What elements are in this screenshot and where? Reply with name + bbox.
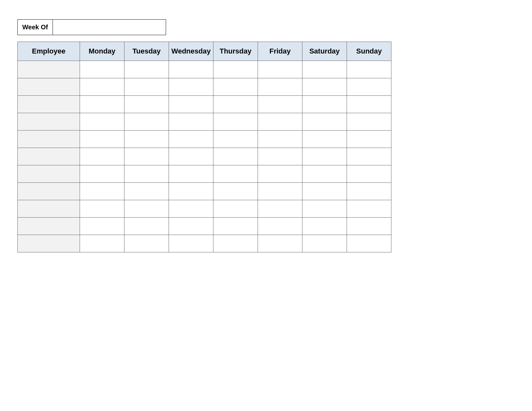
employee-cell[interactable] bbox=[18, 183, 80, 200]
schedule-cell[interactable] bbox=[80, 78, 124, 96]
schedule-cell[interactable] bbox=[80, 218, 124, 235]
table-row bbox=[18, 148, 391, 165]
schedule-cell[interactable] bbox=[347, 148, 391, 165]
schedule-cell[interactable] bbox=[347, 183, 391, 200]
schedule-cell[interactable] bbox=[169, 113, 213, 131]
schedule-cell[interactable] bbox=[80, 165, 124, 183]
schedule-table: Employee Monday Tuesday Wednesday Thursd… bbox=[17, 42, 391, 252]
schedule-cell[interactable] bbox=[80, 183, 124, 200]
schedule-body bbox=[18, 61, 391, 252]
schedule-cell[interactable] bbox=[347, 61, 391, 78]
schedule-cell[interactable] bbox=[213, 200, 258, 218]
schedule-cell[interactable] bbox=[213, 235, 258, 252]
schedule-cell[interactable] bbox=[258, 200, 302, 218]
schedule-cell[interactable] bbox=[258, 131, 302, 148]
employee-cell[interactable] bbox=[18, 218, 80, 235]
schedule-cell[interactable] bbox=[124, 78, 169, 96]
schedule-cell[interactable] bbox=[258, 218, 302, 235]
employee-cell[interactable] bbox=[18, 96, 80, 113]
schedule-cell[interactable] bbox=[124, 165, 169, 183]
schedule-cell[interactable] bbox=[213, 165, 258, 183]
schedule-cell[interactable] bbox=[347, 131, 391, 148]
schedule-cell[interactable] bbox=[213, 218, 258, 235]
schedule-cell[interactable] bbox=[302, 61, 347, 78]
schedule-cell[interactable] bbox=[258, 113, 302, 131]
schedule-cell[interactable] bbox=[213, 96, 258, 113]
schedule-cell[interactable] bbox=[302, 183, 347, 200]
schedule-cell[interactable] bbox=[347, 113, 391, 131]
schedule-cell[interactable] bbox=[169, 96, 213, 113]
schedule-cell[interactable] bbox=[80, 96, 124, 113]
schedule-cell[interactable] bbox=[124, 96, 169, 113]
employee-cell[interactable] bbox=[18, 165, 80, 183]
table-row bbox=[18, 131, 391, 148]
schedule-cell[interactable] bbox=[302, 165, 347, 183]
schedule-cell[interactable] bbox=[169, 200, 213, 218]
schedule-cell[interactable] bbox=[258, 61, 302, 78]
schedule-cell[interactable] bbox=[80, 61, 124, 78]
schedule-cell[interactable] bbox=[347, 96, 391, 113]
schedule-cell[interactable] bbox=[124, 200, 169, 218]
employee-cell[interactable] bbox=[18, 78, 80, 96]
schedule-cell[interactable] bbox=[124, 148, 169, 165]
schedule-cell[interactable] bbox=[302, 235, 347, 252]
schedule-cell[interactable] bbox=[213, 131, 258, 148]
table-row bbox=[18, 61, 391, 78]
schedule-cell[interactable] bbox=[213, 61, 258, 78]
employee-cell[interactable] bbox=[18, 148, 80, 165]
schedule-cell[interactable] bbox=[302, 78, 347, 96]
schedule-cell[interactable] bbox=[302, 218, 347, 235]
employee-cell[interactable] bbox=[18, 131, 80, 148]
schedule-cell[interactable] bbox=[258, 165, 302, 183]
column-header-saturday: Saturday bbox=[302, 42, 347, 61]
employee-cell[interactable] bbox=[18, 61, 80, 78]
schedule-cell[interactable] bbox=[347, 235, 391, 252]
schedule-cell[interactable] bbox=[124, 183, 169, 200]
schedule-cell[interactable] bbox=[302, 131, 347, 148]
schedule-cell[interactable] bbox=[80, 235, 124, 252]
schedule-cell[interactable] bbox=[302, 96, 347, 113]
schedule-cell[interactable] bbox=[258, 78, 302, 96]
schedule-cell[interactable] bbox=[124, 113, 169, 131]
schedule-cell[interactable] bbox=[258, 183, 302, 200]
schedule-cell[interactable] bbox=[80, 131, 124, 148]
schedule-cell[interactable] bbox=[213, 113, 258, 131]
schedule-cell[interactable] bbox=[258, 148, 302, 165]
schedule-cell[interactable] bbox=[169, 61, 213, 78]
schedule-cell[interactable] bbox=[347, 78, 391, 96]
schedule-cell[interactable] bbox=[124, 218, 169, 235]
schedule-cell[interactable] bbox=[347, 200, 391, 218]
employee-cell[interactable] bbox=[18, 113, 80, 131]
schedule-document: Week Of Employee Monday Tuesday Wednesda… bbox=[0, 0, 532, 252]
schedule-cell[interactable] bbox=[124, 235, 169, 252]
schedule-cell[interactable] bbox=[124, 61, 169, 78]
schedule-cell[interactable] bbox=[169, 235, 213, 252]
schedule-cell[interactable] bbox=[213, 78, 258, 96]
schedule-cell[interactable] bbox=[169, 78, 213, 96]
schedule-cell[interactable] bbox=[258, 96, 302, 113]
schedule-cell[interactable] bbox=[80, 200, 124, 218]
schedule-cell[interactable] bbox=[213, 183, 258, 200]
schedule-cell[interactable] bbox=[347, 165, 391, 183]
schedule-cell[interactable] bbox=[80, 113, 124, 131]
schedule-cell[interactable] bbox=[169, 218, 213, 235]
employee-cell[interactable] bbox=[18, 200, 80, 218]
employee-cell[interactable] bbox=[18, 235, 80, 252]
schedule-cell[interactable] bbox=[169, 148, 213, 165]
table-row bbox=[18, 218, 391, 235]
schedule-cell[interactable] bbox=[124, 131, 169, 148]
table-row bbox=[18, 165, 391, 183]
schedule-cell[interactable] bbox=[213, 148, 258, 165]
schedule-cell[interactable] bbox=[169, 183, 213, 200]
schedule-cell[interactable] bbox=[80, 148, 124, 165]
schedule-cell[interactable] bbox=[302, 148, 347, 165]
column-header-thursday: Thursday bbox=[213, 42, 258, 61]
week-of-input[interactable] bbox=[53, 19, 166, 35]
schedule-cell[interactable] bbox=[302, 200, 347, 218]
schedule-cell[interactable] bbox=[302, 113, 347, 131]
schedule-cell[interactable] bbox=[169, 131, 213, 148]
table-row bbox=[18, 96, 391, 113]
schedule-cell[interactable] bbox=[169, 165, 213, 183]
schedule-cell[interactable] bbox=[258, 235, 302, 252]
schedule-cell[interactable] bbox=[347, 218, 391, 235]
